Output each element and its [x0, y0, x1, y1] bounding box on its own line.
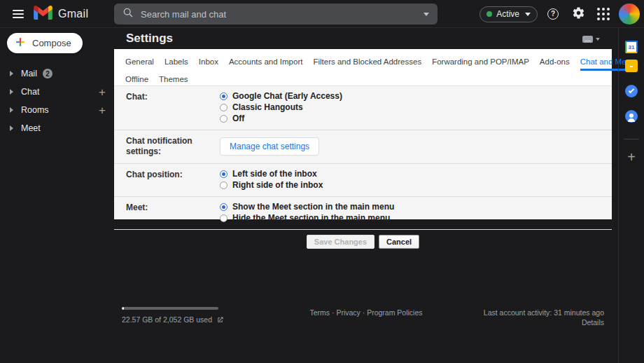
calendar-icon[interactable]: 31: [625, 41, 638, 53]
chevron-right-icon: [10, 71, 13, 76]
sidebar-nav: Mail 2 Chat + Rooms + Meet: [0, 64, 114, 137]
settings-button[interactable]: [568, 4, 588, 24]
chat-setting-label: Chat:: [114, 92, 220, 123]
gmail-m-icon: [34, 6, 52, 22]
search-input[interactable]: [141, 9, 424, 20]
main-content: Settings General Labels Inbox Accounts a…: [114, 28, 618, 363]
left-sidebar: Compose Mail 2 Chat + Rooms + Meet: [0, 28, 114, 363]
settings-tabs-row1: General Labels Inbox Accounts and Import…: [114, 49, 612, 71]
sidebar-item-mail[interactable]: Mail 2: [0, 64, 114, 83]
help-button[interactable]: ?: [543, 4, 563, 24]
page-title: Settings: [126, 32, 173, 46]
radio-option-hide-meet[interactable]: Hide the Meet section in the main menu: [220, 214, 612, 223]
sidebar-item-rooms[interactable]: Rooms +: [0, 101, 114, 119]
radio-unselected-icon: [220, 104, 227, 111]
radio-option-classic-hangouts[interactable]: Classic Hangouts: [220, 103, 612, 112]
contacts-icon[interactable]: [625, 110, 638, 123]
tab-forwarding-and-pop-imap[interactable]: Forwarding and POP/IMAP: [432, 53, 529, 71]
radio-selected-icon: [220, 170, 227, 178]
radio-option-right-side[interactable]: Right side of the inbox: [220, 181, 612, 190]
radio-selected-icon: [220, 203, 227, 211]
active-status-dot-icon: [486, 11, 492, 17]
radio-option-google-chat[interactable]: Google Chat (Early Access): [220, 92, 612, 101]
program-policies-link[interactable]: Program Policies: [367, 308, 422, 317]
new-room-button[interactable]: +: [99, 104, 106, 116]
radio-option-left-side[interactable]: Left side of the inbox: [220, 170, 612, 179]
radio-selected-icon: [220, 93, 227, 100]
activity-details-link[interactable]: Details: [484, 317, 604, 327]
input-tools-chevron-icon: [596, 38, 600, 41]
chat-notification-row: Chat notification settings: Manage chat …: [114, 130, 612, 164]
radio-unselected-icon: [220, 115, 227, 123]
status-label: Active: [496, 9, 519, 19]
gmail-window: Gmail Active ?: [0, 0, 644, 363]
product-name: Gmail: [58, 8, 88, 20]
apps-grid-icon: [597, 8, 610, 20]
account-avatar[interactable]: [619, 4, 640, 25]
compose-label: Compose: [32, 38, 71, 48]
gmail-logo: Gmail: [34, 6, 88, 22]
topbar: Gmail Active ?: [0, 0, 644, 28]
radio-option-show-meet[interactable]: Show the Meet section in the main menu: [220, 203, 612, 212]
chevron-right-icon: [10, 89, 13, 95]
last-activity-text: Last account activity: 31 minutes ago: [484, 308, 604, 317]
chat-and-meet-settings: Chat: Google Chat (Early Access) Classic…: [114, 85, 612, 219]
account-activity: Last account activity: 31 minutes ago De…: [484, 308, 604, 327]
compose-button[interactable]: Compose: [7, 33, 83, 53]
main-menu-icon[interactable]: [4, 0, 32, 28]
meet-setting-label: Meet:: [114, 203, 220, 223]
radio-option-chat-off[interactable]: Off: [220, 114, 612, 123]
search-icon[interactable]: [122, 7, 134, 21]
new-chat-button[interactable]: +: [99, 86, 106, 98]
chat-position-row: Chat position: Left side of the inbox Ri…: [114, 164, 612, 197]
sidebar-item-chat[interactable]: Chat +: [0, 83, 114, 101]
sidebar-item-meet[interactable]: Meet: [0, 119, 114, 137]
chat-setting-row: Chat: Google Chat (Early Access) Classic…: [114, 86, 612, 130]
chat-notification-label: Chat notification settings:: [114, 136, 220, 157]
terms-link[interactable]: Terms: [309, 308, 330, 317]
tab-general[interactable]: General: [125, 53, 154, 71]
chevron-right-icon: [10, 107, 13, 113]
tasks-icon[interactable]: [625, 85, 638, 97]
gear-icon: [572, 6, 585, 22]
keyboard-icon: [582, 36, 593, 43]
tab-labels[interactable]: Labels: [164, 53, 188, 71]
cancel-button[interactable]: Cancel: [379, 235, 419, 249]
chat-status-selector[interactable]: Active: [479, 6, 538, 22]
tab-inbox[interactable]: Inbox: [199, 53, 218, 71]
settings-actions: Save Changes Cancel: [114, 230, 612, 249]
chevron-right-icon: [10, 125, 13, 131]
keep-icon[interactable]: [625, 60, 638, 72]
help-icon: ?: [547, 8, 559, 20]
topbar-actions: Active ?: [479, 0, 641, 28]
tab-accounts-and-import[interactable]: Accounts and Import: [229, 53, 302, 71]
save-changes-button[interactable]: Save Changes: [307, 235, 374, 249]
meet-setting-row: Meet: Show the Meet section in the main …: [114, 197, 612, 230]
right-side-panel: 31 +: [618, 28, 644, 363]
open-in-new-icon[interactable]: [216, 316, 224, 324]
search-options-chevron-icon[interactable]: [424, 13, 429, 16]
search-bar[interactable]: [114, 4, 438, 25]
tab-add-ons[interactable]: Add-ons: [540, 53, 570, 71]
chat-position-label: Chat position:: [114, 170, 220, 190]
mail-unread-badge: 2: [43, 69, 52, 78]
rail-divider: [624, 139, 639, 139]
settings-panel: General Labels Inbox Accounts and Import…: [114, 49, 612, 219]
radio-unselected-icon: [220, 182, 227, 189]
google-apps-button[interactable]: [594, 4, 613, 24]
radio-unselected-icon: [220, 214, 227, 222]
get-add-ons-button[interactable]: +: [627, 151, 636, 163]
tab-filters-and-blocked-addresses[interactable]: Filters and Blocked Addresses: [313, 53, 421, 71]
privacy-link[interactable]: Privacy: [336, 308, 360, 317]
input-tools-button[interactable]: [582, 36, 600, 43]
manage-chat-settings-button[interactable]: Manage chat settings: [220, 137, 319, 156]
status-chevron-icon: [525, 13, 531, 16]
compose-plus-icon: [15, 37, 25, 49]
